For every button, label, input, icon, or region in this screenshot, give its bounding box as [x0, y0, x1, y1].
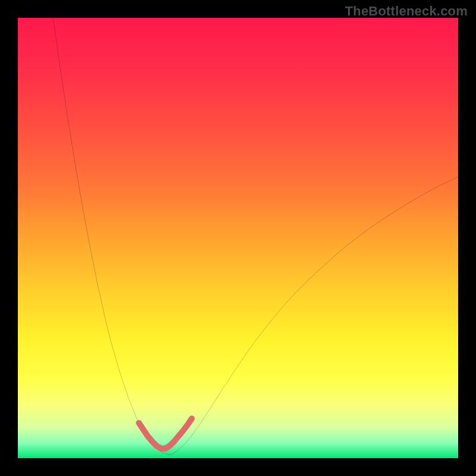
series-curve [53, 18, 458, 455]
curve-layer [18, 18, 458, 458]
watermark-text: TheBottleneck.com [345, 4, 468, 19]
chart-frame: TheBottleneck.com [0, 0, 476, 476]
plot-area [18, 18, 458, 458]
series-valley-highlight [139, 418, 192, 448]
